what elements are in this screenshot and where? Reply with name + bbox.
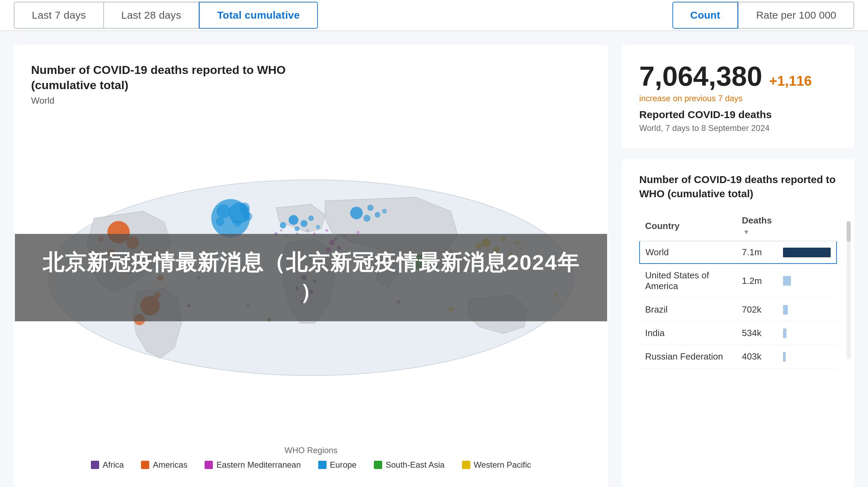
- legend-items: Africa Americas Eastern Mediterranean Eu…: [31, 460, 591, 470]
- legend-item-americas: Americas: [141, 460, 187, 470]
- table-cell-value: 7.1m: [736, 241, 777, 264]
- legend-dot-wp: [462, 461, 470, 469]
- svg-point-14: [308, 215, 314, 221]
- legend-label-eastern-med: Eastern Mediterranean: [216, 460, 301, 470]
- table-cell-bar: [777, 345, 837, 369]
- table-card: Number of COVID-19 deaths reported to WH…: [622, 159, 854, 487]
- legend-label-africa: Africa: [103, 460, 124, 470]
- table-body: World7.1mUnited States of America1.2mBra…: [640, 241, 837, 369]
- map-panel: Number of COVID-19 deaths reported to WH…: [14, 45, 608, 487]
- watermark: 北京新冠疫情最新消息（北京新冠疫情最新消息2024年 ）: [15, 234, 607, 322]
- table-card-title: Number of COVID-19 deaths reported to WH…: [639, 173, 837, 201]
- legend-dot-americas: [141, 461, 149, 469]
- legend-dot-africa: [91, 461, 99, 469]
- svg-point-20: [367, 204, 374, 211]
- svg-point-19: [382, 209, 387, 213]
- legend-label-wp: Western Pacific: [474, 460, 531, 470]
- svg-point-55: [306, 229, 309, 231]
- legend-item-africa: Africa: [91, 460, 124, 470]
- svg-point-69: [244, 212, 252, 220]
- right-panel: 7,064,380 +1,116 increase on previous 7 …: [622, 45, 854, 487]
- table-cell-bar: [777, 264, 837, 298]
- view-rate-button[interactable]: Rate per 100 000: [738, 2, 854, 29]
- map-chart-title: Number of COVID-19 deaths reported to WH…: [31, 62, 342, 93]
- map-container: 北京新冠疫情最新消息（北京新冠疫情最新消息2024年 ）: [31, 116, 591, 439]
- header-bar: Last 7 days Last 28 days Total cumulativ…: [0, 0, 868, 31]
- svg-point-13: [294, 226, 299, 231]
- svg-point-67: [216, 218, 224, 226]
- legend-label-americas: Americas: [153, 460, 187, 470]
- table-cell-bar: [777, 241, 837, 264]
- svg-point-65: [217, 204, 231, 218]
- svg-point-17: [364, 214, 370, 221]
- stats-card: 7,064,380 +1,116 increase on previous 7 …: [622, 45, 854, 149]
- legend-section: WHO Regions Africa Americas Eastern Medi…: [31, 446, 591, 470]
- table-row[interactable]: Brazil702k: [640, 298, 837, 322]
- table-cell-country: Russian Federation: [640, 345, 736, 369]
- bar-fill: [783, 352, 786, 362]
- table-cell-value: 534k: [736, 322, 777, 345]
- svg-point-66: [239, 202, 249, 213]
- table-cell-country: Brazil: [640, 298, 736, 322]
- table-cell-country: United States of America: [640, 264, 736, 298]
- table-row[interactable]: Russian Federation403k: [640, 345, 837, 369]
- bar-fill: [783, 248, 831, 257]
- stats-change-label: increase on previous 7 days: [639, 94, 837, 103]
- table-header-row: Country Deaths ▼: [640, 211, 837, 241]
- table-cell-bar: [777, 298, 837, 322]
- tab-last-7-days[interactable]: Last 7 days: [14, 2, 103, 29]
- col-header-deaths[interactable]: Deaths ▼: [736, 211, 777, 241]
- table-row[interactable]: World7.1m: [640, 241, 837, 264]
- legend-item-eastern-med: Eastern Mediterranean: [205, 460, 301, 470]
- legend-item-europe: Europe: [318, 460, 357, 470]
- col-header-bar: [777, 211, 837, 241]
- col-header-country[interactable]: Country: [640, 211, 736, 241]
- tab-last-28-days[interactable]: Last 28 days: [103, 2, 199, 29]
- table-cell-bar: [777, 322, 837, 345]
- scroll-thumb: [847, 221, 851, 242]
- view-count-button[interactable]: Count: [672, 2, 738, 29]
- main-layout: Number of COVID-19 deaths reported to WH…: [0, 31, 868, 487]
- svg-point-11: [280, 222, 286, 228]
- stats-main-number: 7,064,380: [639, 60, 762, 92]
- svg-point-68: [234, 220, 241, 227]
- bar-fill: [783, 276, 791, 286]
- svg-point-15: [316, 225, 320, 229]
- table-row[interactable]: India534k: [640, 322, 837, 345]
- svg-point-58: [326, 229, 328, 232]
- table-cell-country: India: [640, 322, 736, 345]
- legend-dot-sea: [374, 461, 382, 469]
- legend-dot-europe: [318, 461, 327, 469]
- svg-point-53: [280, 229, 282, 231]
- view-toggle-group: Count Rate per 100 000: [672, 2, 854, 29]
- data-table: Country Deaths ▼ World7.1mUnited States …: [639, 211, 837, 369]
- svg-point-18: [375, 212, 380, 217]
- table-cell-value: 403k: [736, 345, 777, 369]
- legend-label-sea: South-East Asia: [386, 460, 445, 470]
- stats-meta: World, 7 days to 8 September 2024: [639, 123, 837, 133]
- table-row[interactable]: United States of America1.2m: [640, 264, 837, 298]
- table-cell-value: 702k: [736, 298, 777, 322]
- legend-dot-eastern-med: [205, 461, 213, 469]
- map-chart-subtitle: World: [31, 95, 591, 106]
- tab-total-cumulative[interactable]: Total cumulative: [199, 2, 318, 29]
- stats-label: Reported COVID-19 deaths: [639, 109, 837, 121]
- svg-point-10: [289, 215, 298, 225]
- svg-point-12: [301, 220, 308, 227]
- svg-point-16: [350, 207, 362, 219]
- scroll-indicator: [847, 221, 851, 359]
- table-cell-country: World: [640, 241, 736, 264]
- bar-fill: [783, 328, 786, 338]
- svg-point-61: [357, 231, 360, 233]
- legend-item-wp: Western Pacific: [462, 460, 531, 470]
- bar-fill: [783, 305, 788, 315]
- time-tab-group: Last 7 days Last 28 days Total cumulativ…: [14, 2, 318, 29]
- legend-item-sea: South-East Asia: [374, 460, 445, 470]
- table-cell-value: 1.2m: [736, 264, 777, 298]
- legend-label-europe: Europe: [330, 460, 357, 470]
- sort-arrow-icon: ▼: [743, 229, 749, 236]
- stats-change: +1,116: [769, 73, 812, 89]
- legend-title: WHO Regions: [31, 446, 591, 455]
